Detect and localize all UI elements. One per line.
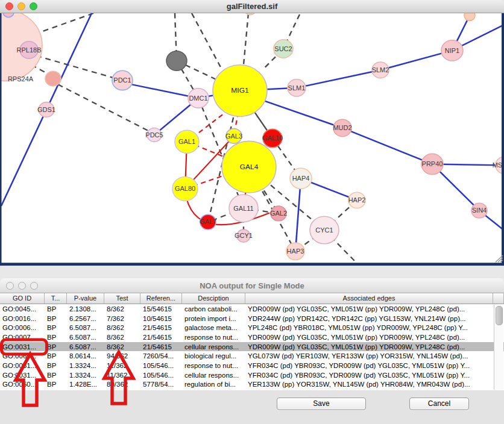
table-cell: 11/362 bbox=[104, 362, 140, 369]
network-canvas[interactable]: RPL18B RPS24A GDS1 PDC1 DMC1 MIG1 SUC2 S… bbox=[0, 13, 504, 278]
column-header[interactable]: T... bbox=[45, 293, 67, 304]
node-label: DMC1 bbox=[189, 95, 207, 102]
table-cell: GO:0007... bbox=[0, 334, 45, 341]
node-label: SLM2 bbox=[372, 66, 389, 73]
node-label: MIG1 bbox=[231, 87, 248, 95]
table-row[interactable]: GO:0065...BP8.0614...94/3627260/54...bio… bbox=[0, 351, 504, 361]
table-cell: YPL248C (pd) YBR018C, YML051W (pp) YDR00… bbox=[245, 324, 493, 331]
table-cell: GO:0065... bbox=[0, 352, 45, 360]
table-cell: BP bbox=[45, 362, 67, 369]
table-cell: BP bbox=[45, 324, 67, 331]
table-cell: 10/54615 bbox=[140, 315, 182, 322]
column-header[interactable]: Associated edges bbox=[245, 293, 493, 304]
node-RPS24A[interactable] bbox=[45, 71, 61, 86]
table-cell: 105/546... bbox=[140, 372, 182, 379]
table-row[interactable]: GO:0016...BP6.2567...7/36210/54615protei… bbox=[0, 314, 504, 323]
network-window: galFiltered.sif bbox=[0, 0, 504, 278]
table-row[interactable]: GO:0006...BP6.5087...8/36221/54615galact… bbox=[0, 323, 504, 332]
noa-window: NOA output for Single Mode GO IDT...P-va… bbox=[0, 278, 504, 424]
table-row[interactable]: GO:0031...BP1.3324...11/362105/546...cel… bbox=[0, 370, 504, 380]
node-label: GAL4 bbox=[240, 163, 259, 170]
table-cell: 8/362 bbox=[104, 334, 140, 341]
node-label: GAL80 bbox=[175, 185, 195, 192]
node-label: RPS24A bbox=[8, 76, 34, 83]
table-cell: 8.0614... bbox=[67, 352, 104, 360]
table-cell: 1.428E... bbox=[67, 381, 104, 388]
table-row[interactable]: GO:0031...BP1.3324...11/362105/546...res… bbox=[0, 361, 504, 370]
node-label: GAL3 bbox=[225, 132, 242, 140]
table-cell: 2.1308... bbox=[67, 305, 104, 313]
results-table: GO:0045...BP2.1308...8/36215/54615carbon… bbox=[0, 304, 504, 390]
column-header[interactable]: Referen... bbox=[140, 293, 182, 304]
cancel-button[interactable]: Cancel bbox=[409, 398, 469, 410]
table-cell: YDR244W (pp) YDR142C, YDR142C (pp) YGL15… bbox=[245, 315, 493, 322]
table-cell: carbon cataboli... bbox=[182, 305, 245, 313]
table-row[interactable]: GO:0045...BP2.1308...8/36215/54615carbon… bbox=[0, 304, 504, 314]
table-cell: YER133W (pp) YOR315W, YNL145W (pd) YHR08… bbox=[245, 381, 493, 388]
table-cell: BP bbox=[45, 343, 67, 351]
column-header[interactable]: GO ID bbox=[0, 293, 45, 304]
table-cell: BP bbox=[45, 381, 67, 388]
table-cell: 94/362 bbox=[104, 352, 140, 360]
table-cell: YFR034C (pd) YBR093C, YDR009W (pd) YGL03… bbox=[245, 362, 493, 369]
scrollbar-thumb[interactable] bbox=[496, 306, 503, 325]
table-cell: 21/54615 bbox=[140, 334, 182, 341]
network-window-title: galFiltered.sif bbox=[0, 2, 504, 11]
table-cell: 7/362 bbox=[104, 315, 140, 322]
table-cell: 8/362 bbox=[104, 324, 140, 331]
table-cell: GO:0045... bbox=[0, 305, 45, 313]
node-label: GDS1 bbox=[37, 106, 55, 113]
table-cell: response to nut... bbox=[182, 362, 245, 369]
node-label: GAL1 bbox=[178, 138, 195, 145]
node-label: GAL7 bbox=[200, 219, 216, 226]
table-row[interactable]: GO:0050...BP1.428E...80/3625778/54...reg… bbox=[0, 380, 504, 390]
table-cell: 6.5087... bbox=[67, 324, 104, 331]
save-button[interactable]: Save bbox=[277, 398, 366, 410]
column-header[interactable] bbox=[493, 293, 504, 304]
table-cell: GO:0016... bbox=[0, 315, 45, 322]
column-header[interactable]: P-value bbox=[67, 293, 104, 304]
table-cell: 8/362 bbox=[104, 305, 140, 313]
table-row[interactable]: GO:0031...BP6.5087...8/36221/54615cellul… bbox=[0, 342, 504, 352]
table-cell: GO:0006... bbox=[0, 324, 45, 331]
node-label: NIP1 bbox=[445, 47, 459, 54]
table-cell: YFR034C (pd) YBR093C, YDR009W (pd) YGL03… bbox=[245, 372, 493, 379]
network-titlebar[interactable]: galFiltered.sif bbox=[0, 0, 504, 13]
table-cell: 21/54615 bbox=[140, 324, 182, 331]
node-label: PDC5 bbox=[145, 131, 163, 139]
table-cell: 11/362 bbox=[104, 372, 140, 379]
table-cell: GO:0031... bbox=[0, 362, 45, 369]
table-cell: YDR009W (pd) YGL035C, YML051W (pp) YDR00… bbox=[245, 305, 493, 313]
node-label: MUD2 bbox=[333, 125, 351, 132]
table-cell: 6.5087... bbox=[67, 343, 104, 351]
table-cell: galactose meta... bbox=[182, 324, 245, 331]
node-label: HAP2 bbox=[348, 197, 366, 204]
table-cell: 105/546... bbox=[140, 362, 182, 369]
node-label: GAL10 bbox=[262, 135, 283, 142]
table-cell: BP bbox=[45, 305, 67, 313]
table-cell: 80/362 bbox=[104, 381, 140, 388]
table-cell: BP bbox=[45, 315, 67, 322]
node-unnamed-gray[interactable] bbox=[166, 51, 187, 70]
node-label: RPL18B bbox=[17, 46, 42, 54]
table-cell: GO:0031... bbox=[0, 372, 45, 379]
table-cell: 7260/54... bbox=[140, 352, 182, 360]
node-label: HAP4 bbox=[292, 175, 310, 182]
node-label: CYC1 bbox=[315, 226, 333, 234]
table-row[interactable]: GO:0007...BP6.5087...8/36221/54615respon… bbox=[0, 332, 504, 342]
table-cell: cellular respons... bbox=[182, 343, 245, 351]
column-header[interactable]: Desciption bbox=[182, 293, 245, 304]
table-cell: 6.5087... bbox=[67, 334, 104, 341]
node-label: GCY1 bbox=[235, 232, 253, 240]
table-cell: BP bbox=[45, 372, 67, 379]
table-cell: response to nut... bbox=[182, 334, 245, 341]
noa-titlebar[interactable]: NOA output for Single Mode bbox=[0, 278, 504, 293]
vertical-scrollbar[interactable] bbox=[494, 305, 503, 390]
table-cell: 5778/54... bbox=[140, 381, 182, 388]
column-header[interactable]: Test bbox=[104, 293, 140, 304]
table-cell: biological regul... bbox=[182, 352, 245, 360]
table-header: GO IDT...P-valueTestReferen...Desciption… bbox=[0, 293, 504, 304]
table-cell: GO:0050... bbox=[0, 381, 45, 388]
node-unnamed-peach[interactable] bbox=[464, 13, 475, 20]
node-label: SIN4 bbox=[472, 207, 487, 214]
